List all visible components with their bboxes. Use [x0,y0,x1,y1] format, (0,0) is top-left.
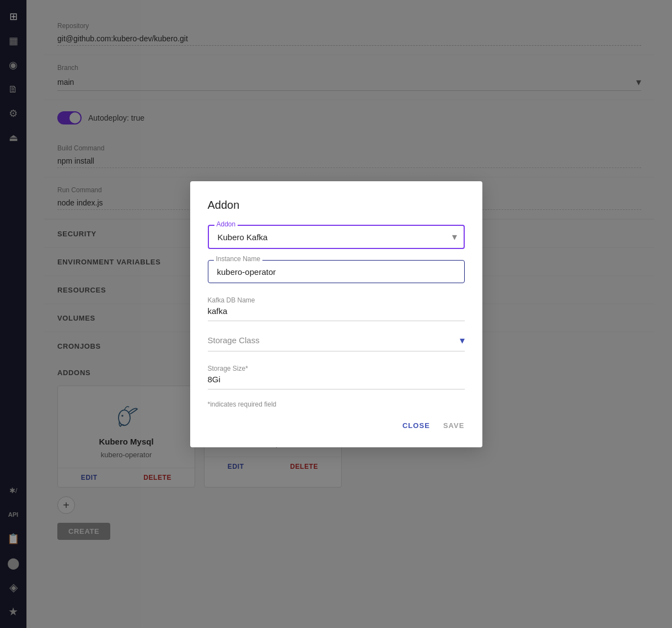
storage-class-wrap: Storage Class standard fast ▾ [208,332,465,351]
close-button[interactable]: CLOSE [402,421,430,430]
dialog-storage-class-field: Storage Class standard fast ▾ [208,332,465,351]
dialog-actions: CLOSE SAVE [208,421,465,430]
kafka-db-label: Kafka DB Name [208,296,465,304]
dialog-kafka-db-field: Kafka DB Name [208,294,465,321]
storage-class-select[interactable]: Storage Class standard fast [208,335,460,345]
addon-chevron-icon: ▾ [452,231,457,243]
dialog-overlay: Addon Addon Kubero Kafka Kubero Mysql Ku… [0,0,672,628]
storage-size-label: Storage Size* [208,365,465,372]
dialog-storage-size-field: Storage Size* [208,362,465,389]
addon-select[interactable]: Kubero Kafka Kubero Mysql Kubero CouchDB… [218,232,455,242]
storage-size-input[interactable] [208,375,465,384]
storage-class-chevron-icon: ▾ [460,334,465,347]
dialog-instance-field: Instance Name [208,260,465,283]
addon-select-wrap: Addon Kubero Kafka Kubero Mysql Kubero C… [208,225,465,249]
dialog-title: Addon [208,199,465,212]
kafka-db-input[interactable] [208,306,465,316]
save-button[interactable]: SAVE [443,421,465,430]
instance-name-label: Instance Name [214,255,263,263]
addon-field-label: Addon [214,220,238,228]
instance-name-wrap: Instance Name [208,260,465,283]
required-note: *indicates required field [208,400,465,408]
dialog-addon-field: Addon Kubero Kafka Kubero Mysql Kubero C… [208,225,465,249]
addon-dialog: Addon Addon Kubero Kafka Kubero Mysql Ku… [190,181,482,447]
instance-name-input[interactable] [217,267,455,277]
